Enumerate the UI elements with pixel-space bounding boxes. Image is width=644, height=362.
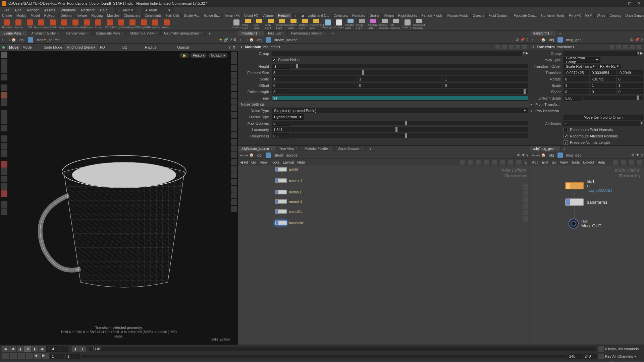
shelf-tab[interactable]: Modify	[14, 13, 29, 18]
shelf-tool[interactable]: Point Light	[242, 19, 254, 29]
start-frame-field[interactable]	[50, 354, 64, 359]
tool-select[interactable]	[1, 52, 7, 58]
shelf-tab[interactable]: Rigging	[89, 13, 105, 18]
desktop-build[interactable]: ⌂Build▾	[114, 7, 136, 13]
shelf-tool[interactable]: Area Light	[265, 19, 276, 29]
pane-tab[interactable]: mountain1 ×	[238, 31, 264, 37]
menu-render[interactable]: Render	[24, 7, 42, 13]
pane-tab[interactable]: Motion FX View ×	[127, 31, 161, 37]
auto-update-dropdown[interactable]: Auto Update ▾	[618, 361, 642, 362]
shelf-tab[interactable]: Guide Br...	[202, 13, 222, 18]
shelf-tab[interactable]: Texture	[74, 13, 90, 18]
shelf-tool[interactable]: ObjParms	[81, 19, 93, 29]
anchor-dropdown[interactable]: Anchored Blend ▾	[64, 44, 98, 50]
lock-icon[interactable]: 🔒	[179, 53, 189, 58]
shelf-tool[interactable]: VR Camera	[390, 19, 402, 29]
play-back-button[interactable]: ◀	[9, 346, 16, 352]
node-reverse1[interactable]: reverse1	[275, 178, 302, 183]
realtime-button[interactable]	[2, 353, 9, 359]
end-frame-field[interactable]	[583, 354, 597, 359]
shelf-tab[interactable]: Particles	[350, 13, 367, 18]
shelf-tab[interactable]: Volume	[260, 13, 276, 18]
pane-tab[interactable]: Performance Monitor ×	[288, 31, 329, 37]
shelf-tool[interactable]: Volume Light	[288, 19, 299, 29]
shelf-tab[interactable]: Grains	[368, 13, 382, 18]
node-remesh1[interactable]: remesh1	[275, 199, 302, 204]
path-leaf[interactable]: steam_source	[35, 37, 62, 43]
shelf-tab[interactable]: Rigid Bodies	[396, 13, 419, 18]
close-button[interactable]: ✕	[636, 1, 642, 6]
shelf-tool[interactable]: Camera	[231, 19, 242, 29]
link-icon[interactable]: 🔗	[224, 38, 228, 42]
desktop-main[interactable]: ★Main▾	[141, 7, 174, 13]
menu-assets[interactable]: Assets	[42, 7, 58, 13]
shelf-tab[interactable]: Oceans	[471, 13, 486, 18]
shelf-tool[interactable]: Proxy	[93, 19, 104, 29]
menu-edit[interactable]: Edit	[12, 7, 24, 13]
move-centroid-button[interactable]: Move Centroid to Origin	[564, 115, 643, 120]
shelf-tab[interactable]: Pyro FX	[567, 13, 583, 18]
pane-tab[interactable]: Scene View ×	[0, 31, 28, 37]
shelf-tool[interactable]: Options	[13, 19, 24, 29]
menu-redshift[interactable]: Redshift	[78, 7, 97, 13]
step-fwd-button[interactable]: ⏵	[32, 346, 38, 352]
shelf-tab[interactable]: Polygon	[42, 13, 59, 18]
elsize-slider[interactable]	[291, 70, 528, 75]
fwd-icon[interactable]: 🡒	[6, 38, 10, 42]
shelf-tab[interactable]: Drive Simulat...	[623, 13, 644, 18]
node-file1[interactable]: file1❄mug_v003.OBJ	[565, 179, 612, 192]
viewport-3d[interactable]: 🔒 Persp ▾ No cam ▾ Transform selected ge…	[0, 51, 238, 345]
first-frame-button[interactable]: ⏮	[2, 346, 9, 352]
menu-help[interactable]: Help	[97, 7, 110, 13]
shelf-add[interactable]: +	[292, 14, 299, 18]
shelf-tab[interactable]: Constraints	[143, 13, 164, 18]
shelf-tool[interactable]: Stereo Camera	[379, 19, 390, 29]
gizmo-icon[interactable]: ✥	[2, 45, 5, 50]
shelf-tool[interactable]: Redshift	[1, 19, 13, 29]
current-frame-field[interactable]	[46, 346, 60, 352]
group-type-dropdown[interactable]: Guess from Group▾	[564, 57, 600, 63]
shelf-tab[interactable]: Redshift	[276, 13, 293, 18]
shelf-tab[interactable]: Cloud FX	[242, 13, 261, 18]
shelf-tab[interactable]: Muscles	[105, 13, 122, 18]
shelf-tool[interactable]: GI Light	[333, 19, 345, 29]
node-transform1[interactable]: transform1	[565, 198, 607, 206]
shelf-tab[interactable]: Collisions	[331, 13, 350, 18]
flag-icon[interactable]	[502, 45, 507, 49]
shelf-tool[interactable]: Geometry Light	[276, 19, 288, 29]
timeline-handle[interactable]: 115	[94, 346, 101, 351]
help-icon[interactable]	[522, 45, 527, 49]
key-icon[interactable]	[598, 346, 604, 352]
pane-tab[interactable]: Animation Editor ×	[28, 31, 63, 37]
menu-file[interactable]: File	[1, 7, 12, 13]
shelf-tool[interactable]: RSLightDome	[115, 19, 127, 29]
range-end-field[interactable]	[568, 354, 582, 359]
pane-tab[interactable]: Tree View ×	[276, 146, 301, 152]
node-smooth1[interactable]: smooth1	[275, 209, 302, 214]
shelf-tab[interactable]: Populate Con...	[512, 13, 539, 18]
height-slider[interactable]	[291, 64, 528, 68]
network-view-right[interactable]: Indie Edition Geometry file1❄mug_v003.OB…	[530, 166, 644, 345]
network-view-left[interactable]: Indie Edition Geometry polyfillreverse1n…	[238, 166, 530, 345]
shelf-tool[interactable]: Environment Light	[311, 19, 322, 29]
pin-icon[interactable]: ★	[219, 38, 222, 42]
maximize-button[interactable]: ▢	[626, 1, 633, 6]
range-start-field[interactable]	[66, 354, 80, 359]
gear-icon[interactable]: ⚙	[232, 45, 236, 50]
height-field[interactable]: .1	[272, 64, 290, 69]
persp-dropdown[interactable]: Persp ▾	[190, 53, 207, 58]
last-frame-button[interactable]: ⏭	[39, 346, 46, 352]
shelf-tab[interactable]: Model	[29, 13, 42, 18]
shelf-tool[interactable]: Portal Light	[356, 19, 368, 29]
shelf-tab[interactable]: Wires	[595, 13, 608, 18]
minimize-button[interactable]: —	[617, 1, 624, 6]
menu-windows[interactable]: Windows	[58, 7, 78, 13]
shelf-tool[interactable]: Snapshot	[58, 19, 70, 29]
shelf-tool[interactable]: Gamepad Camera	[413, 19, 425, 29]
shelf-tab[interactable]: Lights and C...	[306, 13, 331, 18]
pane-tab[interactable]: Take List ×	[264, 31, 288, 37]
node-polyfill[interactable]: polyfill	[275, 167, 299, 172]
gear-icon[interactable]	[495, 45, 500, 49]
range-slider[interactable]	[81, 355, 566, 358]
pane-tab[interactable]: Composite View ×	[93, 31, 127, 37]
